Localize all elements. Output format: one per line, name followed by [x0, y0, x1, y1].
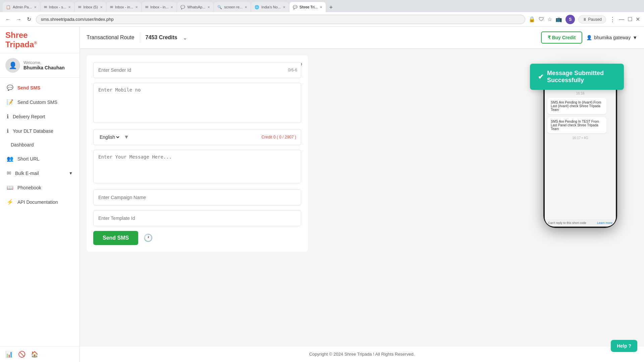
header-right: ₹ Buy Credit 👤 bhumika gateway ▼ [541, 32, 638, 44]
msg-time-2: 16:17 • 4G [547, 136, 613, 140]
sidebar-item-send-sms[interactable]: 💬 Send SMS [0, 80, 79, 95]
send-sms-button[interactable]: Send SMS [93, 231, 138, 245]
sidebar-item-send-custom-sms[interactable]: 📝 Send Custom SMS [0, 95, 79, 109]
gateway-button[interactable]: 👤 bhumika gateway ▼ [586, 35, 637, 40]
address-bar[interactable] [36, 15, 525, 24]
tab-admin[interactable]: 📋Admin Pa...✕ [3, 2, 40, 12]
new-tab-button[interactable]: + [326, 3, 336, 12]
sidebar-item-dlt-database[interactable]: ℹ Your DLT Database [0, 124, 79, 138]
footer: Copyright © 2024 Shree Tripada ! All Rig… [80, 346, 644, 362]
send-custom-icon: 📝 [7, 99, 13, 105]
main-area: Transactional Route 7453 Credits ⌄ ₹ Buy… [80, 27, 644, 362]
nav-menu: 💬 Send SMS 📝 Send Custom SMS ℹ Delivery … [0, 78, 79, 346]
sidebar-item-label: Dashboard [11, 142, 34, 147]
sidebar-bottom: 📊 🚫 🏠 [0, 346, 79, 362]
route-dropdown-button[interactable]: ⌄ [183, 35, 187, 41]
sidebar-item-dashboard[interactable]: Dashboard [0, 138, 79, 152]
tab-india[interactable]: 🌐India's No...✕ [251, 2, 289, 12]
send-sms-icon: 💬 [7, 84, 13, 91]
tab-inbox3[interactable]: ✉Inbox - in...✕ [107, 2, 141, 12]
campaign-name-input[interactable] [93, 189, 301, 205]
logo-section: Shree Tripada® [0, 27, 79, 53]
tab-whatsapp[interactable]: 💬WhatsAp...✕ [177, 2, 213, 12]
success-check-icon: ✔ [538, 73, 544, 81]
sidebar-item-phonebook[interactable]: 📖 Phonebook [0, 180, 79, 195]
tab-screen[interactable]: 🔍screen re...✕ [214, 2, 251, 12]
sidebar-item-api-docs[interactable]: ⚡ API Documentation [0, 195, 79, 209]
paused-icon: ⏸ [583, 17, 587, 22]
mobile-no-group [93, 83, 301, 124]
language-row: English ▼ Credit 0 ( 0 / 2907 ) [93, 129, 301, 145]
logo-text: Shree Tripada® [5, 31, 59, 49]
learn-more-link[interactable]: Learn more [597, 221, 612, 225]
tab-inbox2[interactable]: ✉Inbox (5)✕ [75, 2, 106, 12]
language-select[interactable]: English [98, 134, 120, 140]
forward-button[interactable]: → [15, 15, 23, 24]
help-button[interactable]: Help ? [611, 340, 637, 352]
msg-bubble-2: SMS Are Pending In TEST From Last Panel … [547, 117, 606, 133]
extension-icon2: 🛡 [539, 16, 544, 22]
credit-info: Credit 0 ( 0 / 2907 ) [262, 135, 296, 139]
sender-id-group: 0/6-6 [93, 62, 301, 78]
buy-credit-button[interactable]: ₹ Buy Credit [541, 32, 583, 44]
chevron-down-icon: ▼ [69, 171, 73, 176]
char-count: 0/6-6 [288, 68, 297, 72]
credits-value: 7453 Credits [146, 35, 177, 41]
menu-dots-icon[interactable]: ⋮ [609, 16, 615, 23]
msg-time-1: 16:16 [547, 92, 613, 95]
browser-profile[interactable]: S [566, 15, 575, 24]
block-icon[interactable]: 🚫 [18, 351, 25, 358]
sidebar-item-label: API Documentation [17, 199, 58, 205]
sidebar-item-label: Short URL [17, 156, 39, 162]
schedule-icon[interactable]: 🕐 [144, 234, 153, 242]
paused-button[interactable]: ⏸ Paused [578, 15, 606, 23]
browser-nav-right: 🔒 🛡 ☆ 📺 S ⏸ Paused ⋮ — ☐ ✕ [529, 15, 640, 24]
chevron-lang-icon: ▼ [124, 134, 129, 140]
browser-nav-controls: ← → ↻ [4, 15, 33, 24]
divider [140, 33, 140, 43]
btn-row: Send SMS 🕐 [93, 231, 301, 245]
template-id-group [93, 210, 301, 226]
chart-icon[interactable]: 📊 [5, 351, 13, 358]
tab-inbox1[interactable]: ✉Inbox - s...✕ [41, 2, 74, 12]
sidebar-item-bulk-email[interactable]: ✉ Bulk E-mail ▼ [0, 166, 79, 180]
user-info: Welcome, Bhumika Chauhan [23, 60, 65, 70]
reload-button[interactable]: ↻ [25, 15, 33, 24]
user-section: 👤 Welcome, Bhumika Chauhan [0, 53, 79, 78]
delivery-report-icon: ℹ [7, 113, 9, 120]
api-icon: ⚡ [7, 199, 13, 205]
minimize-icon[interactable]: — [619, 16, 624, 22]
template-id-input[interactable] [93, 210, 301, 226]
gateway-label: bhumika gateway [594, 35, 631, 40]
close-window-icon[interactable]: ✕ [636, 16, 640, 22]
phone-messages: 16:16 SMS Are Pending In {#var#} From La… [545, 89, 616, 219]
sidebar-item-label: Your DLT Database [13, 128, 53, 134]
phone-footer: Can't reply to this short code Learn mor… [545, 219, 616, 227]
avatar: 👤 [5, 58, 20, 73]
tab-shreetri[interactable]: 💬Shree Tri...✕ [289, 2, 326, 12]
sidebar-item-short-url[interactable]: 👥 Short URL [0, 152, 79, 166]
phone-screen: 👤 TM-TRIPDA 16:16 SMS Are Pending In {#v… [545, 72, 616, 227]
phone-footer-text: Can't reply to this short code [548, 221, 586, 225]
message-input[interactable] [93, 150, 301, 183]
sidebar-item-label: Phonebook [17, 185, 41, 190]
star-icon[interactable]: ☆ [547, 16, 552, 22]
mobile-no-input[interactable] [93, 83, 301, 123]
dlt-icon: ℹ [7, 128, 9, 134]
tab-inbox4[interactable]: ✉Inbox - in...✕ [142, 2, 176, 12]
sidebar-item-delivery-report[interactable]: ℹ Delivery Report [0, 109, 79, 124]
msg-bubble-1: SMS Are Pending In {#var#} From Last {#v… [547, 98, 606, 114]
browser-tabs: 📋Admin Pa...✕ ✉Inbox - s...✕ ✉Inbox (5)✕… [0, 0, 644, 12]
cast-icon: 📺 [555, 16, 562, 22]
bulk-email-icon: ✉ [7, 170, 11, 176]
message-group [93, 150, 301, 185]
logo: Shree Tripada® [5, 32, 59, 48]
route-label: Transactional Route [87, 35, 135, 41]
maximize-icon[interactable]: ☐ [628, 16, 632, 22]
extension-icon: 🔒 [529, 16, 535, 22]
sender-id-input[interactable] [93, 62, 301, 78]
back-button[interactable]: ← [4, 15, 12, 24]
sidebar-item-label: Bulk E-mail [15, 171, 39, 176]
user-gateway-icon: 👤 [586, 35, 592, 40]
home-icon[interactable]: 🏠 [31, 351, 38, 358]
